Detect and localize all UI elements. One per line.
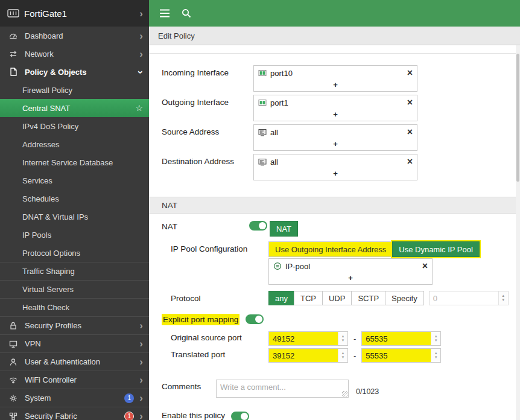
spinner-down-icon[interactable]: ▼ <box>434 339 438 343</box>
field-label-spacer <box>162 258 268 261</box>
divider <box>149 53 516 54</box>
spinner-buttons[interactable]: ▲ ▼ <box>338 349 347 362</box>
add-entry-button[interactable]: + <box>254 169 417 180</box>
sidebar-item-wifi-controller[interactable]: WiFi Controller › <box>0 371 149 389</box>
sidebar-item-ipv4-dos-policy[interactable]: IPv4 DoS Policy <box>0 117 149 135</box>
add-entry-button[interactable]: + <box>254 80 417 91</box>
protocol-specify-button[interactable]: Specify <box>385 291 424 305</box>
nat-mode-button[interactable]: NAT <box>270 221 298 237</box>
entry-all[interactable]: all × <box>254 154 417 169</box>
spinner-buttons[interactable]: ▲ ▼ <box>431 349 440 362</box>
sidebar-item-virtual-servers[interactable]: Virtual Servers <box>0 280 149 298</box>
sidebar-item-health-check[interactable]: Health Check <box>0 298 149 316</box>
sidebar-item-system[interactable]: System 1 › <box>0 389 149 407</box>
protocol-tcp-button[interactable]: TCP <box>294 291 323 305</box>
entry-port1[interactable]: port1 × <box>254 95 417 110</box>
sidebar-item-label: Protocol Options <box>22 249 143 258</box>
explicit-port-mapping-toggle[interactable] <box>246 314 264 324</box>
protocol-sctp-button[interactable]: SCTP <box>351 291 385 305</box>
chevron-right-icon[interactable]: › <box>139 8 143 19</box>
remove-icon[interactable]: × <box>422 261 428 271</box>
sidebar-item-security-profiles[interactable]: Security Profiles › <box>0 316 149 334</box>
chevron-right-icon: › <box>139 375 143 385</box>
add-entry-button[interactable]: + <box>269 273 432 284</box>
field-label: Translated port <box>162 348 268 359</box>
protocol-any-button[interactable]: any <box>268 291 294 305</box>
chevron-right-icon: › <box>139 339 143 349</box>
spinner-up-icon[interactable]: ▲ <box>341 351 345 355</box>
remove-icon[interactable]: × <box>407 127 413 137</box>
spinner-buttons[interactable]: ▲ ▼ <box>338 332 347 345</box>
remove-icon[interactable]: × <box>407 98 413 107</box>
spinner-down-icon[interactable]: ▼ <box>341 339 345 343</box>
spinner-up-icon[interactable]: ▲ <box>434 334 438 339</box>
translated-port-from-input[interactable] <box>269 349 338 362</box>
scrollbar-track[interactable] <box>516 45 520 420</box>
sidebar-item-vpn[interactable]: VPN › <box>0 334 149 352</box>
spinner-up-icon[interactable]: ▲ <box>434 351 438 355</box>
app-header[interactable]: FortiGate1 › <box>0 0 149 27</box>
sidebar-item-label: Traffic Shaping <box>22 267 143 276</box>
search-button[interactable] <box>176 4 197 23</box>
field-label: Comments <box>162 380 216 391</box>
spinner-down-icon[interactable]: ▼ <box>341 355 345 360</box>
sidebar-item-schedules[interactable]: Schedules <box>0 189 149 208</box>
add-entry-button[interactable]: + <box>254 139 417 150</box>
sidebar: FortiGate1 › Dashboard › Network › Polic… <box>0 0 149 420</box>
sidebar-item-addresses[interactable]: Addresses <box>0 135 149 153</box>
menu-button[interactable] <box>154 4 176 23</box>
sidebar-item-internet-service-database[interactable]: Internet Service Database <box>0 153 149 171</box>
original-source-port-to-input[interactable] <box>362 332 431 345</box>
chevron-right-icon: › <box>139 393 143 403</box>
chevron-down-icon: › <box>136 70 147 74</box>
field-label: Source Address <box>162 124 253 136</box>
use-outgoing-interface-address-button[interactable]: Use Outgoing Interface Address <box>268 241 393 257</box>
protocol-udp-button[interactable]: UDP <box>322 291 352 305</box>
sidebar-item-user-authentication[interactable]: User & Authentication › <box>0 352 149 371</box>
field-label: Protocol <box>162 291 268 303</box>
sidebar-item-policy-objects[interactable]: Policy & Objects › <box>0 63 149 81</box>
destination-address-row: Destination Address all × + <box>162 154 516 180</box>
sidebar-item-firewall-policy[interactable]: Firewall Policy <box>0 81 149 99</box>
entry-port10[interactable]: port10 × <box>254 66 417 80</box>
add-entry-button[interactable]: + <box>254 110 417 121</box>
star-icon[interactable]: ☆ <box>135 103 143 113</box>
original-source-port-from-input[interactable] <box>269 332 338 345</box>
remove-icon[interactable]: × <box>407 157 413 167</box>
remove-icon[interactable]: × <box>407 68 413 78</box>
sidebar-item-traffic-shaping[interactable]: Traffic Shaping <box>0 262 149 280</box>
nat-section-header: NAT <box>149 197 516 214</box>
sidebar-item-protocol-options[interactable]: Protocol Options <box>0 244 149 262</box>
use-dynamic-ip-pool-button[interactable]: Use Dynamic IP Pool <box>392 241 480 257</box>
sidebar-item-central-snat[interactable]: Central SNAT ☆ <box>0 99 149 117</box>
spinner-buttons[interactable]: ▲ ▼ <box>431 332 440 345</box>
sidebar-item-services[interactable]: Services <box>0 171 149 189</box>
enable-policy-toggle[interactable] <box>231 412 249 420</box>
sidebar-item-network[interactable]: Network › <box>0 45 149 63</box>
field-label: Incoming Interface <box>162 65 253 77</box>
sidebar-item-label: Network <box>25 49 139 59</box>
sidebar-item-label: Security Profiles <box>25 321 139 330</box>
sidebar-item-dashboard[interactable]: Dashboard › <box>0 27 149 45</box>
nat-row: NAT NAT <box>162 221 516 237</box>
nat-toggle[interactable] <box>249 221 267 231</box>
spinner-down-icon[interactable]: ▼ <box>434 355 438 360</box>
lock-icon <box>8 321 19 331</box>
sidebar-item-ip-pools[interactable]: IP Pools <box>0 226 149 244</box>
comments-input[interactable] <box>217 380 348 397</box>
entry-all[interactable]: all × <box>254 125 417 139</box>
ip-pool-row: IP-pool × + <box>162 258 516 285</box>
entry-ip-pool[interactable]: IP-pool × <box>269 259 432 273</box>
incoming-interface-box: port10 × + <box>253 65 417 92</box>
page-title: Edit Policy <box>158 31 195 40</box>
spinner-up-icon[interactable]: ▲ <box>341 334 345 339</box>
resize-grip[interactable] <box>342 391 348 397</box>
translated-port-from-spinner: ▲ ▼ <box>268 348 348 363</box>
sidebar-item-security-fabric[interactable]: Security Fabric 1 › <box>0 407 149 420</box>
sidebar-item-dnat-virtual-ips[interactable]: DNAT & Virtual IPs <box>0 208 149 226</box>
sidebar-item-label: Security Fabric <box>25 412 124 420</box>
scrollbar-thumb[interactable] <box>516 54 519 182</box>
address-icon <box>258 158 267 166</box>
translated-port-to-input[interactable] <box>362 349 431 362</box>
policy-objects-icon <box>8 67 19 77</box>
